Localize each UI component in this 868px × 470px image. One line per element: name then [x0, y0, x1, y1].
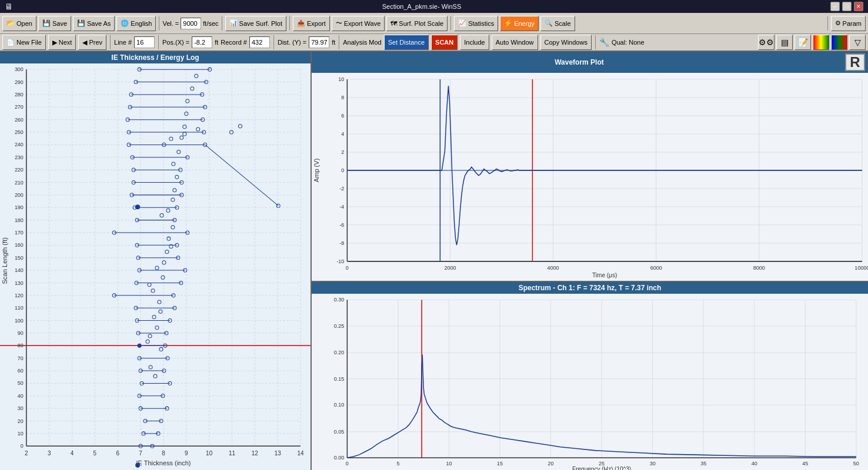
- svg-text:0: 0: [21, 443, 24, 449]
- record-input[interactable]: [249, 36, 270, 48]
- sep2: [222, 16, 222, 31]
- svg-text:4: 4: [71, 449, 74, 456]
- english-button[interactable]: 🌐 English: [116, 16, 156, 31]
- prev-button[interactable]: ◀ Prev: [78, 35, 106, 50]
- svg-text:0: 0: [346, 264, 349, 271]
- toolbar-right: ⚙ Param: [826, 16, 866, 31]
- svg-text:9: 9: [185, 449, 188, 456]
- posx-input[interactable]: [192, 36, 212, 48]
- energy-button[interactable]: ⚡ Energy: [500, 16, 539, 31]
- svg-text:250: 250: [15, 129, 24, 135]
- svg-text:140: 140: [15, 267, 24, 273]
- scan-button[interactable]: SCAN: [431, 35, 458, 50]
- svg-text:40: 40: [18, 393, 24, 399]
- maximize-button[interactable]: □: [842, 2, 852, 11]
- svg-text:300: 300: [15, 66, 24, 72]
- svg-rect-270: [312, 294, 868, 470]
- svg-text:40: 40: [752, 461, 757, 466]
- svg-text:2: 2: [25, 449, 28, 456]
- disty-input[interactable]: [309, 36, 329, 48]
- svg-text:210: 210: [15, 179, 24, 185]
- param-button[interactable]: ⚙ Param: [831, 16, 866, 31]
- svg-text:6: 6: [341, 112, 344, 119]
- window-controls[interactable]: ─ □ ✕: [830, 2, 863, 11]
- svg-text:0: 0: [346, 461, 349, 466]
- svg-text:15: 15: [497, 461, 503, 466]
- svg-text:10: 10: [446, 461, 452, 466]
- colormap1-icon[interactable]: [813, 35, 829, 50]
- svg-text:200: 200: [15, 192, 24, 198]
- svg-text:-6: -6: [339, 221, 344, 229]
- svg-text:-2: -2: [339, 185, 344, 192]
- svg-text:Scan Length (ft): Scan Length (ft): [1, 237, 8, 284]
- filter-icon[interactable]: ▽: [849, 35, 866, 50]
- app-icon: 🖥: [5, 2, 13, 11]
- open-button[interactable]: 📂 Open: [2, 16, 36, 31]
- line-input[interactable]: [134, 36, 155, 48]
- energy-icon: ⚡: [504, 19, 512, 27]
- record-label: Record #: [221, 39, 247, 46]
- svg-rect-228: [312, 73, 868, 281]
- exportwave-button[interactable]: 〜 Export Wave: [332, 16, 385, 31]
- svg-text:6: 6: [116, 449, 119, 456]
- vel-input[interactable]: [181, 18, 201, 29]
- analysis-mod-label: Analysis Mod: [343, 39, 381, 46]
- svg-text:50: 50: [853, 461, 859, 466]
- newfile-button[interactable]: 📄 New File: [2, 35, 46, 50]
- svg-text:290: 290: [15, 79, 24, 85]
- window-title: Section_A_pkm.sie- WinSS: [13, 3, 830, 10]
- svg-text:Amp (V): Amp (V): [313, 159, 320, 183]
- left-panel: IE Thickness / Energy Log: [0, 52, 312, 470]
- surfplotscale-button[interactable]: 🗺 Surf. Plot Scale: [386, 16, 448, 31]
- svg-text:8000: 8000: [753, 264, 765, 271]
- svg-text:8: 8: [162, 449, 165, 456]
- sep9: [339, 35, 339, 49]
- svg-text:20: 20: [18, 418, 24, 424]
- svg-text:5: 5: [396, 461, 399, 466]
- svg-text:10: 10: [206, 449, 212, 456]
- scale-button[interactable]: 🔍 Scale: [540, 16, 575, 31]
- close-button[interactable]: ✕: [854, 2, 863, 11]
- spectrum-chart-area[interactable]: 0.30 0.25 0.20 0.15 0.10 0.05 0.00 0 5 1…: [312, 294, 868, 470]
- svg-text:45: 45: [802, 461, 808, 466]
- waveform-chart-area[interactable]: 10 8 6 4 2 0 -2 -4 -6 -8 -10: [312, 73, 868, 281]
- svg-text:4000: 4000: [547, 264, 559, 271]
- include-button[interactable]: Include: [460, 35, 489, 50]
- svg-text:Frequency (Hz) (10^3): Frequency (Hz) (10^3): [572, 466, 631, 470]
- svg-text:-4: -4: [339, 203, 344, 210]
- spectrum-title: Spectrum - Ch 1: F = 7324 hz, T = 7.37 i…: [312, 282, 868, 294]
- set-distance-button[interactable]: Set Distance: [384, 35, 429, 50]
- statistics-button[interactable]: 📈 Statistics: [454, 16, 498, 31]
- svg-text:11: 11: [229, 449, 235, 456]
- layout-icon[interactable]: ▤: [776, 35, 793, 50]
- svg-rect-0: [0, 63, 311, 470]
- export-button[interactable]: 📤 Export: [293, 16, 330, 31]
- settings-icon[interactable]: ⚙⚙: [758, 35, 774, 50]
- main-content: IE Thickness / Energy Log: [0, 52, 868, 470]
- export-icon: 📤: [297, 19, 305, 27]
- auto-window-button[interactable]: Auto Window: [492, 35, 538, 50]
- saveas-icon: 💾: [77, 19, 85, 27]
- colormap2-icon[interactable]: [831, 35, 847, 50]
- svg-text:-8: -8: [339, 240, 344, 247]
- save-icon: 💾: [42, 19, 51, 27]
- svg-text:Time (μs): Time (μs): [592, 271, 617, 279]
- svg-text:0.25: 0.25: [334, 323, 345, 329]
- vel-unit: ft/sec: [203, 20, 218, 27]
- savesurf-button[interactable]: 📊 Save Surf. Plot: [225, 16, 286, 31]
- toolbar-secondary: 📄 New File ▶ Next ◀ Prev Line # Pos.(X) …: [0, 34, 868, 52]
- next-button[interactable]: ▶ Next: [48, 35, 76, 50]
- newfile-icon: 📄: [6, 39, 15, 46]
- svg-text:50: 50: [18, 380, 24, 386]
- left-chart-area[interactable]: 2 3 4 5 6 7 8 9 10 11 12 13 14 IE Thickn…: [0, 63, 311, 470]
- right-panel: Waveform Plot R: [312, 52, 868, 470]
- copy-windows-button[interactable]: Copy Windows: [540, 35, 592, 50]
- svg-text:70: 70: [18, 355, 24, 361]
- svg-point-227: [135, 463, 140, 468]
- saveas-button[interactable]: 💾 Save As: [73, 16, 115, 31]
- english-icon: 🌐: [121, 19, 129, 27]
- svg-text:4: 4: [341, 130, 344, 137]
- minimize-button[interactable]: ─: [830, 2, 840, 11]
- log-icon[interactable]: 📝: [794, 35, 811, 50]
- save-button[interactable]: 💾 Save: [38, 16, 71, 31]
